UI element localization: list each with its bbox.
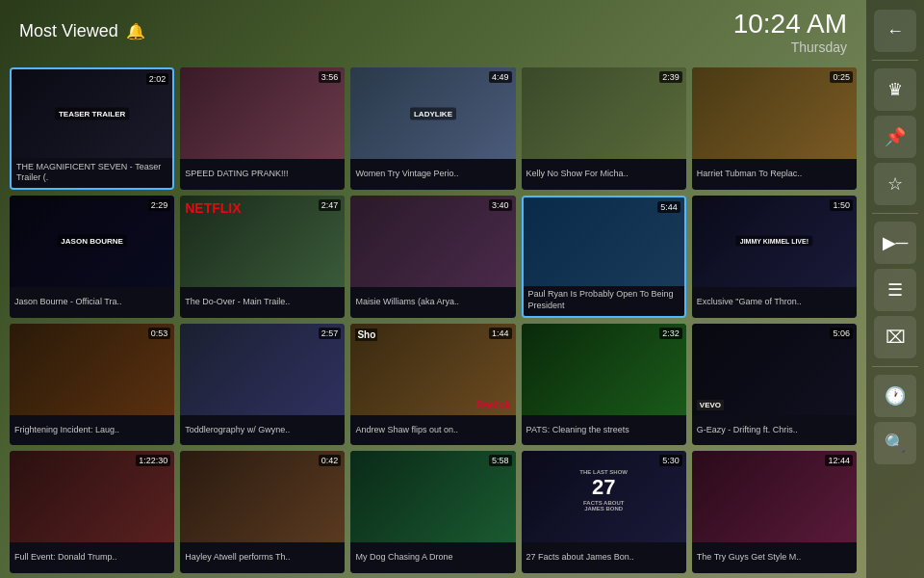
video-thumbnail: 1:22:30: [10, 451, 174, 542]
video-duration: 0:25: [830, 71, 853, 83]
video-duration: 5:58: [489, 455, 512, 466]
video-thumbnail: 2:29 JASON BOURNE: [10, 196, 174, 287]
video-card[interactable]: 5:44 Paul Ryan Is Probably Open To Being…: [522, 196, 686, 318]
back-button[interactable]: ←: [874, 10, 916, 52]
video-duration: 3:56: [319, 71, 342, 83]
video-thumbnail: 5:44: [524, 197, 684, 286]
video-thumbnail: 0:42: [180, 451, 345, 542]
video-duration: 4:49: [489, 71, 512, 83]
video-duration: 1:22:30: [136, 455, 170, 466]
video-thumbnail: 4:49 LADYLIKE: [350, 67, 515, 159]
sidebar-separator-3: [872, 366, 918, 367]
video-card[interactable]: 5:06 VEVO G-Eazy - Drifting ft. Chris..: [692, 324, 857, 446]
clock-button[interactable]: 🕐: [874, 375, 916, 417]
video-duration: 1:44: [489, 328, 512, 339]
main-content: 2:02 TEASER TRAILER THE MAGNIFICENT SEVE…: [0, 63, 866, 578]
video-duration: 5:06: [830, 328, 853, 339]
video-title-text: Exclusive "Game of Thron..: [692, 287, 857, 318]
bell-icon[interactable]: 🔔: [126, 22, 145, 40]
video-duration: 5:44: [657, 201, 680, 213]
video-thumbnail: 1:50 JIMMY KIMMEL LIVE!: [692, 196, 857, 287]
video-thumbnail: 2:47 NETFLIX: [180, 196, 345, 287]
video-title-text: Maisie Williams (aka Arya..: [350, 287, 515, 318]
current-time: 10:24 AM: [733, 9, 847, 39]
star-button[interactable]: ☆: [874, 163, 916, 205]
video-card[interactable]: 1:22:30 Full Event: Donald Trump..: [10, 451, 174, 573]
video-title-text: SPEED DATING PRANK!!!: [180, 159, 345, 190]
video-thumbnail: 0:53: [10, 324, 174, 415]
playlist-button[interactable]: ▶─: [874, 222, 916, 264]
video-title-text: Paul Ryan Is Probably Open To Being Pres…: [524, 286, 684, 316]
video-card[interactable]: 2:32 PATS: Cleaning the streets: [522, 324, 686, 446]
video-title-text: Women Try Vintage Perio..: [350, 159, 515, 190]
video-thumbnail: 2:02 TEASER TRAILER: [12, 69, 172, 158]
crown-button[interactable]: ♛: [874, 68, 916, 111]
video-title-text: G-Eazy - Drifting ft. Chris..: [692, 415, 857, 446]
time-block: 10:24 AM Thursday: [733, 9, 847, 55]
video-thumbnail: 12:44: [692, 451, 857, 542]
video-thumbnail: 5:06 VEVO: [692, 324, 857, 415]
search-button[interactable]: 🔍: [874, 422, 916, 464]
video-card[interactable]: 0:42 Hayley Atwell performs Th..: [180, 451, 345, 573]
video-duration: 2:32: [659, 328, 682, 339]
video-thumbnail: 1:44 ReebokSho: [350, 324, 515, 415]
video-title-text: PATS: Cleaning the streets: [522, 415, 686, 446]
video-title-text: The Do-Over - Main Traile..: [180, 287, 345, 318]
video-thumbnail: 2:39: [522, 67, 686, 159]
video-duration: 12:44: [825, 455, 853, 466]
video-card[interactable]: 2:39 Kelly No Show For Micha..: [522, 67, 686, 190]
sho-text: Sho: [355, 328, 377, 341]
video-thumbnail: 5:58: [350, 451, 515, 542]
video-duration: 5:30: [659, 455, 682, 466]
video-title-text: Toddlerography w/ Gwyne..: [180, 415, 345, 446]
video-title-text: The Try Guys Get Style M..: [692, 542, 857, 573]
video-card[interactable]: 3:56 SPEED DATING PRANK!!!: [180, 67, 345, 190]
video-thumbnail: 3:40: [350, 196, 515, 287]
video-title-text: Frightening Incident: Laug..: [10, 415, 174, 446]
video-duration: 2:47: [319, 199, 342, 211]
vevo-badge: VEVO: [697, 400, 724, 410]
overlay-badge: TEASER TRAILER: [55, 108, 129, 120]
video-card[interactable]: 4:49 LADYLIKE Women Try Vintage Perio..: [350, 67, 515, 190]
video-title-text: Full Event: Donald Trump..: [10, 542, 174, 573]
video-thumbnail: 5:30 THE LAST SHOW 27 FACTS ABOUTJAMES B…: [522, 451, 686, 542]
video-card[interactable]: 5:30 THE LAST SHOW 27 FACTS ABOUTJAMES B…: [522, 451, 686, 573]
menu-lines-button[interactable]: ☰: [874, 269, 916, 311]
video-title-text: Kelly No Show For Micha..: [522, 159, 686, 190]
video-card[interactable]: 1:44 ReebokSho Andrew Shaw flips out on.…: [350, 324, 515, 446]
video-title-text: Jason Bourne - Official Tra..: [10, 287, 174, 318]
video-duration: 2:57: [319, 328, 342, 339]
most-viewed-label: Most Viewed: [19, 21, 118, 41]
video-card[interactable]: 2:02 TEASER TRAILER THE MAGNIFICENT SEVE…: [10, 67, 174, 190]
video-title-text: My Dog Chasing A Drone: [350, 542, 515, 573]
video-card[interactable]: 1:50 JIMMY KIMMEL LIVE! Exclusive "Game …: [692, 196, 857, 318]
grid-view-button[interactable]: ⌧: [874, 316, 916, 358]
video-card[interactable]: 12:44 The Try Guys Get Style M..: [692, 451, 857, 573]
video-card[interactable]: 0:53 Frightening Incident: Laug..: [10, 324, 174, 446]
sidebar-separator-2: [872, 213, 918, 214]
video-title-text: Hayley Atwell performs Th..: [180, 542, 345, 573]
netflix-logo: NETFLIX: [185, 200, 241, 216]
video-card[interactable]: 5:58 My Dog Chasing A Drone: [350, 451, 515, 573]
video-thumbnail: 2:57: [180, 324, 345, 415]
video-card[interactable]: 0:25 Harriet Tubman To Replac..: [692, 67, 857, 190]
video-title-text: Andrew Shaw flips out on..: [350, 415, 515, 446]
video-thumbnail: 2:32: [522, 324, 686, 415]
video-duration: 2:39: [659, 71, 682, 83]
video-card[interactable]: 3:40 Maisie Williams (aka Arya..: [350, 196, 515, 318]
facts-overlay: THE LAST SHOW 27 FACTS ABOUTJAMES BOND: [579, 469, 628, 512]
reebok-text: Reebok: [475, 400, 510, 410]
pin-button[interactable]: 📌: [874, 116, 916, 158]
overlay-badge: JASON BOURNE: [57, 235, 126, 248]
video-card[interactable]: 2:47 NETFLIX The Do-Over - Main Traile..: [180, 196, 345, 318]
video-duration: 3:40: [489, 199, 512, 211]
video-duration: 0:42: [319, 455, 342, 466]
video-duration: 1:50: [830, 199, 853, 211]
video-duration: 2:02: [146, 73, 169, 85]
video-card[interactable]: 2:57 Toddlerography w/ Gwyne..: [180, 324, 345, 446]
sidebar-separator-1: [872, 60, 918, 61]
sidebar: ← ♛ 📌 ☆ ▶─ ☰ ⌧ 🕐 🔍: [866, 0, 924, 578]
video-thumbnail: 3:56: [180, 67, 345, 159]
video-title-text: Harriet Tubman To Replac..: [692, 159, 857, 190]
video-card[interactable]: 2:29 JASON BOURNE Jason Bourne - Officia…: [10, 196, 174, 318]
